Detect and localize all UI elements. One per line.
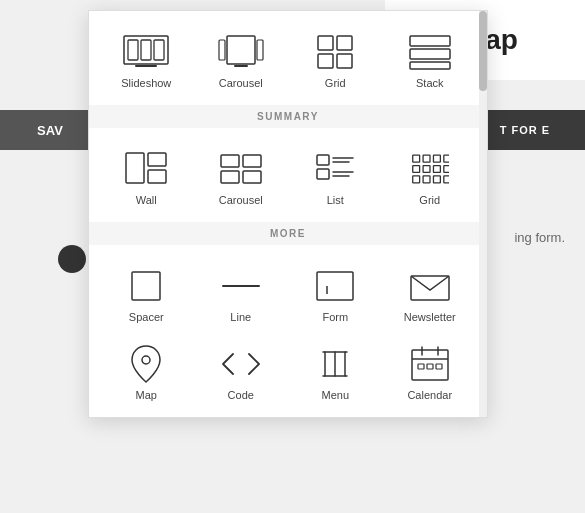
svg-rect-52 xyxy=(412,350,448,380)
svg-rect-30 xyxy=(423,155,430,162)
svg-rect-22 xyxy=(243,171,261,183)
newsletter-item[interactable]: Newsletter xyxy=(383,255,478,333)
stack-icon xyxy=(405,33,455,71)
grid-top-label: Grid xyxy=(325,77,346,89)
carousel-top-item[interactable]: Carousel xyxy=(194,21,289,99)
save-bar: SAV xyxy=(0,110,100,150)
svg-rect-12 xyxy=(337,54,352,68)
svg-rect-19 xyxy=(221,155,239,167)
svg-rect-31 xyxy=(433,155,440,162)
svg-rect-37 xyxy=(412,176,419,183)
svg-rect-43 xyxy=(317,272,353,300)
newsletter-icon xyxy=(405,267,455,305)
svg-rect-10 xyxy=(337,36,352,50)
more-divider: MORE xyxy=(89,222,487,245)
svg-rect-38 xyxy=(423,176,430,183)
svg-rect-9 xyxy=(318,36,333,50)
svg-rect-3 xyxy=(154,40,164,60)
summary-label: SUMMARY xyxy=(257,111,319,122)
spacer-item[interactable]: Spacer xyxy=(99,255,194,333)
wall-item[interactable]: Wall xyxy=(99,138,194,216)
svg-rect-40 xyxy=(444,176,449,183)
svg-rect-7 xyxy=(257,40,263,60)
svg-rect-39 xyxy=(433,176,440,183)
svg-rect-5 xyxy=(227,36,255,64)
svg-rect-15 xyxy=(410,62,450,69)
svg-rect-33 xyxy=(412,166,419,173)
scrollbar[interactable] xyxy=(479,11,487,417)
grid-sum-icon xyxy=(405,150,455,188)
svg-rect-13 xyxy=(410,36,450,46)
list-item[interactable]: List xyxy=(288,138,383,216)
calendar-item[interactable]: Calendar xyxy=(383,333,478,411)
svg-rect-16 xyxy=(126,153,144,183)
form-hint-text: ing form. xyxy=(514,230,565,245)
map-item[interactable]: Map xyxy=(99,333,194,411)
svg-rect-26 xyxy=(317,169,329,179)
top-items-grid: Slideshow Carousel xyxy=(99,21,477,99)
line-icon xyxy=(216,267,266,305)
svg-point-46 xyxy=(142,356,150,364)
menu-item[interactable]: Menu xyxy=(288,333,383,411)
more-section: Spacer Line Form xyxy=(89,245,487,417)
more-items-grid-2: Map Code xyxy=(99,333,477,411)
svg-rect-23 xyxy=(317,155,329,165)
wall-icon xyxy=(121,150,171,188)
svg-rect-35 xyxy=(433,166,440,173)
carousel-sum-icon xyxy=(216,150,266,188)
svg-rect-11 xyxy=(318,54,333,68)
line-label: Line xyxy=(230,311,251,323)
svg-rect-34 xyxy=(423,166,430,173)
svg-rect-21 xyxy=(243,155,261,167)
code-label: Code xyxy=(228,389,254,401)
menu-icon xyxy=(310,345,360,383)
carousel-sum-item[interactable]: Carousel xyxy=(194,138,289,216)
more-label: MORE xyxy=(270,228,306,239)
calendar-icon xyxy=(405,345,455,383)
scroll-thumb[interactable] xyxy=(479,11,487,91)
stack-label: Stack xyxy=(416,77,444,89)
line-item[interactable]: Line xyxy=(194,255,289,333)
slideshow-item[interactable]: Slideshow xyxy=(99,21,194,99)
carousel-top-icon xyxy=(216,33,266,71)
grid-sum-item[interactable]: Grid xyxy=(383,138,478,216)
svg-rect-41 xyxy=(132,272,160,300)
svg-rect-1 xyxy=(128,40,138,60)
map-label: Map xyxy=(136,389,157,401)
slideshow-label: Slideshow xyxy=(121,77,171,89)
form-label: Form xyxy=(322,311,348,323)
publish-label: T FOR E xyxy=(500,124,550,136)
svg-rect-36 xyxy=(444,166,449,173)
newsletter-label: Newsletter xyxy=(404,311,456,323)
grid-sum-label: Grid xyxy=(419,194,440,206)
summary-divider: SUMMARY xyxy=(89,105,487,128)
carousel-top-label: Carousel xyxy=(219,77,263,89)
svg-rect-32 xyxy=(444,155,449,162)
svg-rect-56 xyxy=(418,364,424,369)
form-item[interactable]: Form xyxy=(288,255,383,333)
slideshow-icon xyxy=(121,33,171,71)
calendar-label: Calendar xyxy=(407,389,452,401)
svg-rect-20 xyxy=(221,171,239,183)
svg-rect-2 xyxy=(141,40,151,60)
save-label: SAV xyxy=(37,123,63,138)
svg-rect-17 xyxy=(148,153,166,166)
svg-rect-58 xyxy=(436,364,442,369)
spacer-label: Spacer xyxy=(129,311,164,323)
summary-items-grid: Wall Carousel xyxy=(99,138,477,216)
list-label: List xyxy=(327,194,344,206)
svg-rect-18 xyxy=(148,170,166,183)
svg-rect-57 xyxy=(427,364,433,369)
code-item[interactable]: Code xyxy=(194,333,289,411)
map-icon xyxy=(121,345,171,383)
stack-item[interactable]: Stack xyxy=(383,21,478,99)
toggle-circle xyxy=(58,245,86,273)
spacer-icon xyxy=(121,267,171,305)
form-icon xyxy=(310,267,360,305)
wall-label: Wall xyxy=(136,194,157,206)
code-icon xyxy=(216,345,266,383)
more-items-grid-1: Spacer Line Form xyxy=(99,255,477,333)
grid-top-item[interactable]: Grid xyxy=(288,21,383,99)
top-section: Slideshow Carousel xyxy=(89,11,487,105)
menu-label: Menu xyxy=(321,389,349,401)
